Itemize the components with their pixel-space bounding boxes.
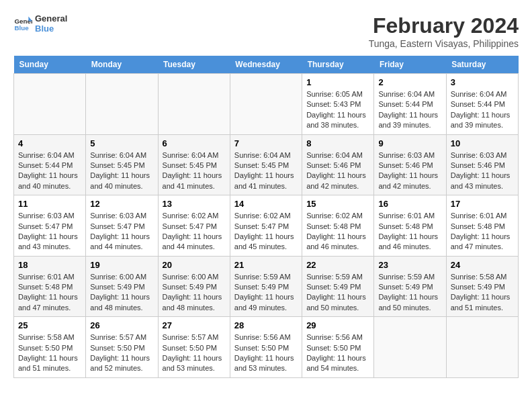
day-number: 7: [234, 138, 298, 148]
day-number: 8: [306, 138, 369, 148]
cell-content: Sunrise: 6:04 AM Sunset: 5:44 PM Dayligh…: [451, 89, 514, 131]
column-header-saturday: Saturday: [446, 56, 518, 74]
calendar-cell: 21Sunrise: 5:59 AM Sunset: 5:49 PM Dayli…: [230, 256, 302, 317]
calendar-header-row: SundayMondayTuesdayWednesdayThursdayFrid…: [14, 56, 519, 74]
calendar-cell: 17Sunrise: 6:01 AM Sunset: 5:48 PM Dayli…: [446, 195, 518, 257]
cell-content: Sunrise: 6:04 AM Sunset: 5:44 PM Dayligh…: [378, 89, 441, 131]
day-number: 5: [90, 138, 153, 148]
column-header-monday: Monday: [86, 56, 158, 74]
calendar-cell: 15Sunrise: 6:02 AM Sunset: 5:48 PM Dayli…: [302, 195, 374, 257]
logo: General Blue General Blue: [13, 13, 67, 34]
calendar-week-1: 1Sunrise: 6:05 AM Sunset: 5:43 PM Daylig…: [14, 74, 519, 135]
calendar-cell: 13Sunrise: 6:02 AM Sunset: 5:47 PM Dayli…: [158, 195, 230, 257]
cell-content: Sunrise: 5:59 AM Sunset: 5:49 PM Dayligh…: [378, 272, 441, 314]
cell-content: Sunrise: 6:04 AM Sunset: 5:45 PM Dayligh…: [163, 150, 226, 192]
cell-content: Sunrise: 6:00 AM Sunset: 5:49 PM Dayligh…: [163, 272, 226, 314]
cell-content: Sunrise: 6:04 AM Sunset: 5:45 PM Dayligh…: [234, 150, 298, 192]
svg-text:Blue: Blue: [14, 24, 29, 32]
day-number: 2: [378, 77, 441, 87]
logo-icon: General Blue: [13, 14, 32, 33]
day-number: 29: [306, 320, 369, 330]
day-number: 11: [18, 199, 81, 209]
day-number: 17: [451, 199, 514, 209]
calendar-cell: 8Sunrise: 6:04 AM Sunset: 5:46 PM Daylig…: [302, 134, 374, 195]
cell-content: Sunrise: 6:00 AM Sunset: 5:49 PM Dayligh…: [90, 272, 153, 314]
cell-content: Sunrise: 5:58 AM Sunset: 5:49 PM Dayligh…: [451, 272, 514, 314]
calendar-week-2: 4Sunrise: 6:04 AM Sunset: 5:44 PM Daylig…: [14, 134, 519, 195]
calendar-week-3: 11Sunrise: 6:03 AM Sunset: 5:47 PM Dayli…: [14, 195, 519, 257]
calendar-cell: 22Sunrise: 5:59 AM Sunset: 5:49 PM Dayli…: [302, 256, 374, 317]
day-number: 25: [18, 320, 81, 330]
calendar-cell: 3Sunrise: 6:04 AM Sunset: 5:44 PM Daylig…: [446, 74, 518, 135]
cell-content: Sunrise: 6:04 AM Sunset: 5:44 PM Dayligh…: [18, 150, 81, 192]
day-number: 10: [451, 138, 514, 148]
day-number: 26: [90, 320, 153, 330]
calendar-cell: 24Sunrise: 5:58 AM Sunset: 5:49 PM Dayli…: [446, 256, 518, 317]
day-number: 1: [306, 77, 369, 87]
cell-content: Sunrise: 6:03 AM Sunset: 5:46 PM Dayligh…: [378, 150, 441, 192]
day-number: 3: [451, 77, 514, 87]
cell-content: Sunrise: 6:04 AM Sunset: 5:46 PM Dayligh…: [306, 150, 369, 192]
calendar-cell: 6Sunrise: 6:04 AM Sunset: 5:45 PM Daylig…: [158, 134, 230, 195]
cell-content: Sunrise: 6:02 AM Sunset: 5:48 PM Dayligh…: [306, 211, 369, 253]
header: General Blue General Blue February 2024 …: [13, 13, 519, 49]
day-number: 23: [378, 260, 441, 270]
calendar-cell: 2Sunrise: 6:04 AM Sunset: 5:44 PM Daylig…: [374, 74, 446, 135]
calendar-cell: [374, 317, 446, 378]
calendar-cell: 11Sunrise: 6:03 AM Sunset: 5:47 PM Dayli…: [14, 195, 86, 257]
column-header-sunday: Sunday: [14, 56, 86, 74]
column-header-friday: Friday: [374, 56, 446, 74]
calendar-table: SundayMondayTuesdayWednesdayThursdayFrid…: [13, 56, 519, 378]
cell-content: Sunrise: 5:59 AM Sunset: 5:49 PM Dayligh…: [306, 272, 369, 314]
day-number: 28: [234, 320, 298, 330]
calendar-cell: 14Sunrise: 6:02 AM Sunset: 5:47 PM Dayli…: [230, 195, 302, 257]
column-header-tuesday: Tuesday: [158, 56, 230, 74]
cell-content: Sunrise: 5:56 AM Sunset: 5:50 PM Dayligh…: [234, 332, 298, 374]
cell-content: Sunrise: 5:59 AM Sunset: 5:49 PM Dayligh…: [234, 272, 298, 314]
subtitle: Tunga, Eastern Visayas, Philippines: [369, 38, 519, 49]
day-number: 12: [90, 199, 153, 209]
day-number: 13: [163, 199, 226, 209]
calendar-cell: 20Sunrise: 6:00 AM Sunset: 5:49 PM Dayli…: [158, 256, 230, 317]
calendar-cell: 23Sunrise: 5:59 AM Sunset: 5:49 PM Dayli…: [374, 256, 446, 317]
calendar-cell: [14, 74, 86, 135]
cell-content: Sunrise: 6:05 AM Sunset: 5:43 PM Dayligh…: [306, 89, 369, 131]
day-number: 14: [234, 199, 298, 209]
column-header-thursday: Thursday: [302, 56, 374, 74]
calendar-cell: 29Sunrise: 5:56 AM Sunset: 5:50 PM Dayli…: [302, 317, 374, 378]
calendar-cell: [230, 74, 302, 135]
day-number: 15: [306, 199, 369, 209]
cell-content: Sunrise: 6:03 AM Sunset: 5:46 PM Dayligh…: [451, 150, 514, 192]
day-number: 4: [18, 138, 81, 148]
cell-content: Sunrise: 6:01 AM Sunset: 5:48 PM Dayligh…: [18, 272, 81, 314]
day-number: 16: [378, 199, 441, 209]
title-area: February 2024 Tunga, Eastern Visayas, Ph…: [369, 13, 519, 49]
calendar-cell: [446, 317, 518, 378]
calendar-cell: 26Sunrise: 5:57 AM Sunset: 5:50 PM Dayli…: [86, 317, 158, 378]
logo-blue: Blue: [35, 24, 67, 34]
column-header-wednesday: Wednesday: [230, 56, 302, 74]
logo-general: General: [35, 13, 67, 24]
calendar-cell: 19Sunrise: 6:00 AM Sunset: 5:49 PM Dayli…: [86, 256, 158, 317]
cell-content: Sunrise: 5:57 AM Sunset: 5:50 PM Dayligh…: [163, 332, 226, 374]
day-number: 21: [234, 260, 298, 270]
cell-content: Sunrise: 6:01 AM Sunset: 5:48 PM Dayligh…: [451, 211, 514, 253]
cell-content: Sunrise: 5:58 AM Sunset: 5:50 PM Dayligh…: [18, 332, 81, 374]
calendar-cell: 9Sunrise: 6:03 AM Sunset: 5:46 PM Daylig…: [374, 134, 446, 195]
calendar-cell: 25Sunrise: 5:58 AM Sunset: 5:50 PM Dayli…: [14, 317, 86, 378]
calendar-cell: 27Sunrise: 5:57 AM Sunset: 5:50 PM Dayli…: [158, 317, 230, 378]
calendar-cell: [158, 74, 230, 135]
day-number: 19: [90, 260, 153, 270]
cell-content: Sunrise: 6:04 AM Sunset: 5:45 PM Dayligh…: [90, 150, 153, 192]
calendar-cell: [86, 74, 158, 135]
calendar-cell: 4Sunrise: 6:04 AM Sunset: 5:44 PM Daylig…: [14, 134, 86, 195]
day-number: 6: [163, 138, 226, 148]
calendar-week-4: 18Sunrise: 6:01 AM Sunset: 5:48 PM Dayli…: [14, 256, 519, 317]
day-number: 18: [18, 260, 81, 270]
calendar-cell: 10Sunrise: 6:03 AM Sunset: 5:46 PM Dayli…: [446, 134, 518, 195]
cell-content: Sunrise: 5:57 AM Sunset: 5:50 PM Dayligh…: [90, 332, 153, 374]
calendar-week-5: 25Sunrise: 5:58 AM Sunset: 5:50 PM Dayli…: [14, 317, 519, 378]
cell-content: Sunrise: 6:01 AM Sunset: 5:48 PM Dayligh…: [378, 211, 441, 253]
cell-content: Sunrise: 6:03 AM Sunset: 5:47 PM Dayligh…: [90, 211, 153, 253]
main-title: February 2024: [369, 13, 519, 38]
